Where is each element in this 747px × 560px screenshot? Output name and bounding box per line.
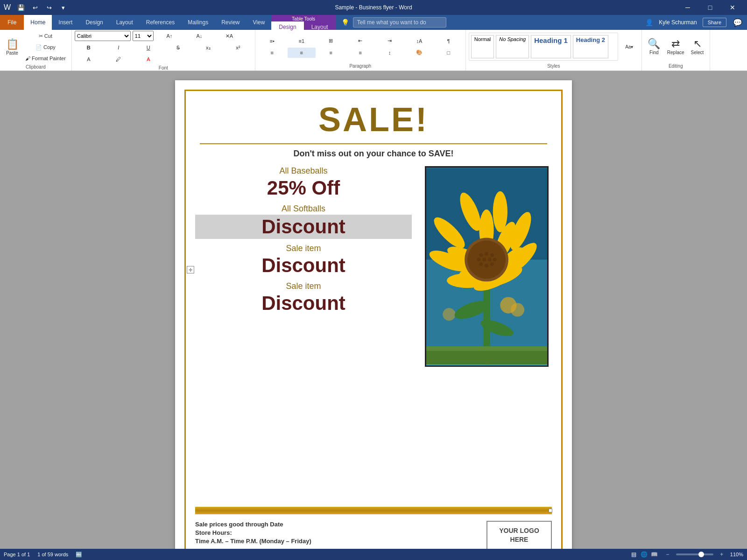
- increase-indent-button[interactable]: ⇥: [376, 36, 404, 46]
- sunflower-image[interactable]: [425, 166, 549, 367]
- multilevel-list-button[interactable]: ⊞: [317, 36, 345, 46]
- replace-button[interactable]: ⇄ Replace: [664, 31, 687, 63]
- change-styles-button[interactable]: Aа▾: [620, 33, 639, 61]
- undo-button[interactable]: ↩: [29, 2, 41, 13]
- italic-button[interactable]: I: [105, 42, 133, 53]
- numbering-button[interactable]: ≡1: [288, 36, 316, 46]
- flyer-subtitle[interactable]: Don't miss out on your chance to SAVE!: [195, 149, 552, 159]
- tab-design[interactable]: Design: [79, 15, 109, 30]
- shading-button[interactable]: 🎨: [405, 48, 433, 58]
- zoom-slider[interactable]: [676, 553, 713, 555]
- user-area: 👤 Kyle Schurman Share 💬: [641, 15, 747, 30]
- paste-button[interactable]: 📋 Paste: [3, 31, 21, 63]
- sort-button[interactable]: ↕A: [405, 36, 433, 46]
- tab-home[interactable]: Home: [24, 15, 52, 30]
- tab-insert[interactable]: Insert: [52, 15, 79, 30]
- page-indicator[interactable]: Page 1 of 1: [4, 552, 30, 557]
- sale-item-4-value[interactable]: Discount: [195, 292, 412, 315]
- subscript-button[interactable]: x₂: [194, 42, 222, 53]
- zoom-level[interactable]: 110%: [730, 552, 743, 557]
- redo-button[interactable]: ↪: [43, 2, 55, 13]
- comments-button[interactable]: 💬: [732, 17, 743, 28]
- find-button[interactable]: 🔍 Find: [645, 31, 663, 63]
- sale-item-2-value[interactable]: Discount: [195, 215, 412, 239]
- grow-font-button[interactable]: A↑: [155, 31, 183, 41]
- style-heading1[interactable]: Heading 1: [531, 35, 571, 58]
- align-right-button[interactable]: ≡: [317, 48, 345, 58]
- superscript-button[interactable]: x²: [224, 42, 252, 53]
- sale-item-2: All Softballs Discount: [195, 204, 412, 239]
- tab-file[interactable]: File: [0, 15, 24, 30]
- change-styles-icon: Aа▾: [625, 44, 633, 49]
- title-bar: W 💾 ↩ ↪ ▾ Sample - Business flyer - Word…: [0, 0, 747, 15]
- document-page: SALE! Don't miss out on your chance to S…: [175, 80, 572, 549]
- decrease-indent-button[interactable]: ⇤: [346, 36, 374, 46]
- font-size-select[interactable]: 11: [133, 31, 154, 41]
- window-controls: ─ □ ✕: [677, 0, 743, 15]
- table-move-handle[interactable]: ✛: [187, 266, 194, 273]
- svg-point-25: [485, 252, 488, 256]
- quick-access-toolbar: W 💾 ↩ ↪ ▾: [4, 2, 69, 13]
- bold-button[interactable]: B: [75, 42, 103, 53]
- sale-item-1-label: All Baseballs: [195, 166, 412, 176]
- svg-point-16: [493, 191, 507, 232]
- save-button[interactable]: 💾: [15, 2, 27, 13]
- style-no-spacing[interactable]: No Spacing: [496, 35, 529, 58]
- highlight-button[interactable]: 🖊: [105, 54, 133, 64]
- align-center-button[interactable]: ≡: [288, 48, 316, 58]
- strikethrough-button[interactable]: S̶: [164, 42, 192, 53]
- svg-point-28: [482, 258, 486, 261]
- tab-review[interactable]: Review: [215, 15, 246, 30]
- logo-placeholder[interactable]: YOUR LOGO HERE: [486, 521, 552, 549]
- customize-qa-button[interactable]: ▾: [57, 2, 69, 13]
- svg-point-30: [493, 258, 496, 261]
- justify-button[interactable]: ≡: [346, 48, 374, 58]
- close-button[interactable]: ✕: [722, 0, 743, 15]
- sale-item-3-label: Sale item: [195, 244, 412, 253]
- tell-me-input[interactable]: [353, 17, 446, 28]
- tab-mailings[interactable]: Mailings: [181, 15, 215, 30]
- copy-button[interactable]: 📄 Copy: [22, 42, 69, 52]
- resize-handle[interactable]: [549, 509, 552, 512]
- text-effects-button[interactable]: A: [75, 54, 103, 64]
- tab-layout[interactable]: Layout: [110, 15, 140, 30]
- bullets-button[interactable]: ≡•: [258, 36, 286, 46]
- web-layout-button[interactable]: 🌐: [640, 550, 649, 559]
- restore-button[interactable]: □: [699, 0, 721, 15]
- flyer-title[interactable]: SALE!: [195, 100, 552, 139]
- paste-icon: 📋: [6, 39, 19, 49]
- line-spacing-button[interactable]: ↕: [376, 48, 404, 58]
- clear-format-button[interactable]: ✕A: [215, 31, 243, 41]
- share-button[interactable]: Share: [703, 18, 726, 27]
- shrink-font-button[interactable]: A↓: [185, 31, 213, 41]
- font-group: Calibri 11 A↑ A↓ ✕A B I U S̶: [72, 30, 255, 70]
- tab-references[interactable]: References: [140, 15, 181, 30]
- align-left-button[interactable]: ≡: [258, 48, 286, 58]
- tab-view[interactable]: View: [247, 15, 272, 30]
- borders-button[interactable]: □: [435, 48, 463, 58]
- cut-button[interactable]: ✂ Cut: [22, 31, 69, 41]
- underline-button[interactable]: U: [134, 42, 162, 53]
- zoom-out-button[interactable]: −: [663, 550, 672, 559]
- format-painter-button[interactable]: 🖌 Format Painter: [22, 53, 69, 63]
- style-heading2[interactable]: Heading 2: [573, 35, 608, 58]
- svg-point-4: [443, 308, 455, 321]
- document-area: SALE! Don't miss out on your chance to S…: [0, 71, 747, 549]
- show-marks-button[interactable]: ¶: [435, 36, 463, 46]
- sale-item-1-value[interactable]: 25% Off: [195, 177, 412, 199]
- print-layout-button[interactable]: ▤: [629, 550, 639, 559]
- font-color-button[interactable]: A: [134, 54, 162, 64]
- zoom-in-button[interactable]: +: [717, 550, 726, 559]
- sale-item-3-value[interactable]: Discount: [195, 254, 412, 277]
- read-mode-button[interactable]: 📖: [650, 550, 659, 559]
- style-normal[interactable]: Normal: [471, 35, 494, 58]
- minimize-button[interactable]: ─: [677, 0, 698, 15]
- sale-item-2-label: All Softballs: [195, 204, 412, 214]
- font-family-select[interactable]: Calibri: [75, 31, 131, 41]
- select-button[interactable]: ↖ Select: [688, 31, 707, 63]
- word-count[interactable]: 1 of 59 words: [37, 552, 68, 557]
- styles-label: Styles: [469, 63, 639, 70]
- language-icon: 🔤: [76, 552, 82, 558]
- sunflower-svg: [426, 168, 547, 365]
- styles-gallery[interactable]: Normal No Spacing Heading 1 Heading 2: [469, 33, 618, 61]
